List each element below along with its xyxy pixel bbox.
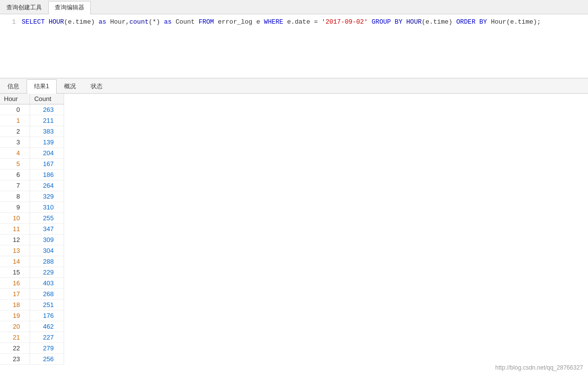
cell-hour: 19 (0, 310, 30, 321)
table-row: 11347 (0, 224, 64, 235)
cell-count: 139 (30, 137, 64, 148)
cell-count: 227 (30, 332, 64, 343)
table-row: 5167 (0, 159, 64, 170)
line-number: 1 (4, 18, 16, 26)
cell-count: 167 (30, 159, 64, 170)
cell-hour: 22 (0, 343, 30, 354)
table-row: 15229 (0, 267, 64, 278)
cell-hour: 16 (0, 278, 30, 289)
col-header-count: Count (30, 94, 64, 104)
top-tab-bar: 查询创建工具 查询编辑器 (0, 0, 588, 14)
tab-query-editor[interactable]: 查询编辑器 (48, 1, 91, 14)
tab-result1[interactable]: 结果1 (27, 79, 57, 94)
cell-count: 462 (30, 321, 64, 332)
table-row: 20462 (0, 321, 64, 332)
cell-count: 329 (30, 191, 64, 202)
cell-hour: 17 (0, 289, 30, 300)
tab-query-builder[interactable]: 查询创建工具 (0, 1, 48, 14)
bottom-tab-bar: 信息 结果1 概况 状态 (0, 78, 588, 94)
cell-count: 204 (30, 148, 64, 159)
table-row: 2383 (0, 126, 64, 137)
table-row: 0263 (0, 104, 64, 115)
watermark: http://blog.csdn.net/qq_28766327 (495, 364, 583, 371)
sql-editor[interactable]: 1 SELECT HOUR(e.time) as Hour,count(*) a… (0, 14, 588, 78)
cell-hour: 5 (0, 159, 30, 170)
table-row: 8329 (0, 191, 64, 202)
cell-count: 288 (30, 256, 64, 267)
result-table: Hour Count 02631211238331394204516761867… (0, 94, 64, 365)
cell-count: 263 (30, 104, 64, 115)
cell-hour: 1 (0, 115, 30, 126)
cell-hour: 10 (0, 213, 30, 224)
table-row: 4204 (0, 148, 64, 159)
cell-count: 251 (30, 300, 64, 310)
cell-hour: 2 (0, 126, 30, 137)
cell-count: 268 (30, 289, 64, 300)
tab-status[interactable]: 状态 (83, 79, 110, 93)
sql-code: SELECT HOUR(e.time) as Hour,count(*) as … (22, 18, 584, 26)
cell-count: 186 (30, 170, 64, 180)
cell-hour: 4 (0, 148, 30, 159)
cell-hour: 7 (0, 180, 30, 191)
cell-count: 255 (30, 213, 64, 224)
tab-overview[interactable]: 概况 (57, 79, 83, 93)
table-row: 18251 (0, 300, 64, 310)
table-row: 10255 (0, 213, 64, 224)
table-row: 19176 (0, 310, 64, 321)
table-row: 1211 (0, 115, 64, 126)
cell-hour: 23 (0, 354, 30, 365)
cell-count: 264 (30, 180, 64, 191)
table-row: 14288 (0, 256, 64, 267)
table-row: 6186 (0, 170, 64, 180)
cell-hour: 0 (0, 104, 30, 115)
cell-count: 310 (30, 202, 64, 213)
cell-hour: 20 (0, 321, 30, 332)
cell-count: 211 (30, 115, 64, 126)
cell-count: 256 (30, 354, 64, 365)
table-row: 21227 (0, 332, 64, 343)
cell-count: 309 (30, 235, 64, 245)
cell-hour: 15 (0, 267, 30, 278)
cell-hour: 13 (0, 245, 30, 256)
table-row: 13304 (0, 245, 64, 256)
table-row: 9310 (0, 202, 64, 213)
table-row: 7264 (0, 180, 64, 191)
cell-hour: 11 (0, 224, 30, 235)
cell-count: 383 (30, 126, 64, 137)
cell-count: 347 (30, 224, 64, 235)
table-row: 23256 (0, 354, 64, 365)
cell-count: 176 (30, 310, 64, 321)
cell-hour: 3 (0, 137, 30, 148)
table-row: 3139 (0, 137, 64, 148)
cell-hour: 14 (0, 256, 30, 267)
results-area[interactable]: Hour Count 02631211238331394204516761867… (0, 94, 588, 376)
cell-hour: 21 (0, 332, 30, 343)
table-row: 22279 (0, 343, 64, 354)
cell-hour: 6 (0, 170, 30, 180)
cell-count: 304 (30, 245, 64, 256)
cell-hour: 8 (0, 191, 30, 202)
cell-hour: 9 (0, 202, 30, 213)
cell-hour: 12 (0, 235, 30, 245)
cell-count: 229 (30, 267, 64, 278)
col-header-hour: Hour (0, 94, 30, 104)
cell-count: 403 (30, 278, 64, 289)
cell-hour: 18 (0, 300, 30, 310)
tab-info[interactable]: 信息 (0, 79, 27, 93)
table-row: 17268 (0, 289, 64, 300)
table-row: 16403 (0, 278, 64, 289)
cell-count: 279 (30, 343, 64, 354)
table-row: 12309 (0, 235, 64, 245)
